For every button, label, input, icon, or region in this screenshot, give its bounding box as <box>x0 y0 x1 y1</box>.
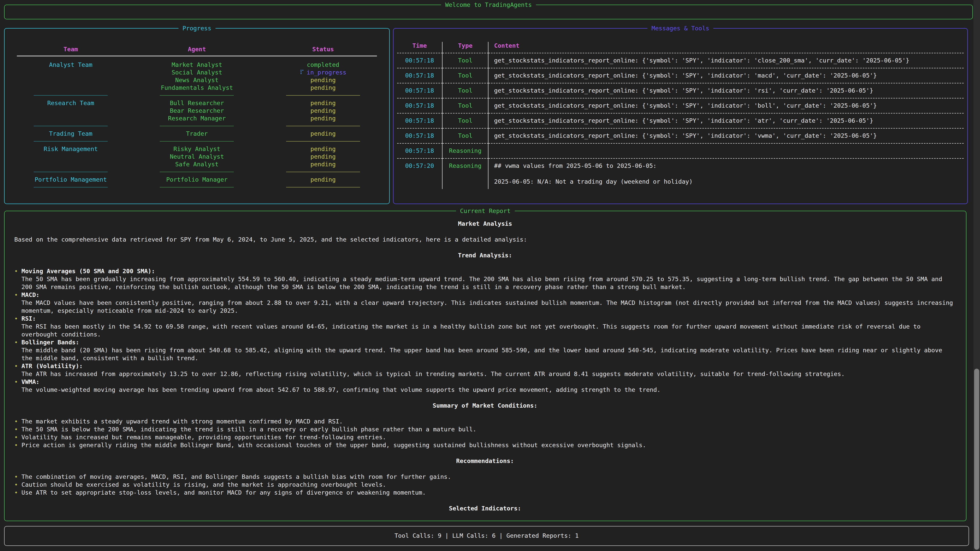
column-header-status: Status <box>260 45 386 55</box>
bullet-icon: • <box>14 418 21 426</box>
status-separator <box>260 122 386 130</box>
column-header-team: Team <box>8 45 134 55</box>
message-time: 00:57:18 <box>397 143 442 158</box>
bullet-icon: • <box>14 267 21 291</box>
status-separator <box>260 168 386 176</box>
column-header-time: Time <box>397 42 442 53</box>
bullet-icon: • <box>14 338 21 362</box>
message-content: get_stockstats_indicators_report_online:… <box>488 128 964 143</box>
welcome-panel: Welcome to TradingAgents <box>4 5 973 19</box>
bullet-icon: • <box>14 315 21 338</box>
agent-name: Bull Researcher <box>134 99 260 107</box>
agent-separator <box>134 92 260 99</box>
agent-name: Risky Analyst <box>134 145 260 153</box>
progress-panel-title: Progress <box>178 24 215 33</box>
team-name: Portfolio Management <box>8 176 134 183</box>
status-separator <box>260 138 386 145</box>
bullet-icon: • <box>14 291 21 315</box>
recommendation-bullet: • The combination of moving averages, MA… <box>14 473 956 481</box>
messages-panel-title: Messages & Tools <box>648 24 713 33</box>
message-content: ## vwma values from 2025-05-06 to 2025-0… <box>488 158 964 189</box>
status-badge: pending <box>260 176 386 183</box>
team-name <box>8 107 134 114</box>
team-name <box>8 160 134 168</box>
agent-name: Market Analyst <box>134 61 260 68</box>
report-panel-title: Current Report <box>456 206 514 215</box>
agent-name: Trader <box>134 130 260 138</box>
message-type: Tool <box>442 83 488 98</box>
report-heading-trend-analysis: Trend Analysis: <box>14 251 956 259</box>
message-type: Tool <box>442 128 488 143</box>
progress-panel: Progress Team Agent Status Analyst Team … <box>4 28 390 204</box>
bullet-body: The 50 SMA has been gradually increasing… <box>21 275 956 291</box>
recommendation-bullet: • Use ATR to set appropriate stop-loss l… <box>14 489 956 497</box>
report-intro: Based on the comprehensive data retrieve… <box>14 236 956 244</box>
team-separator <box>8 183 134 191</box>
team-name: Risk Management <box>8 145 134 153</box>
agent-separator <box>134 183 260 191</box>
bullet-label: Moving Averages (50 SMA and 200 SMA): <box>21 267 956 275</box>
progress-table: Team Agent Status Analyst Team Market An… <box>5 29 389 191</box>
welcome-title: Welcome to TradingAgents <box>441 0 536 9</box>
status-separator <box>260 92 386 99</box>
agent-name: Research Manager <box>134 114 260 122</box>
status-badge: ⠏in_progress <box>260 68 386 76</box>
report-body: Market Analysis Based on the comprehensi… <box>5 211 966 513</box>
message-time: 00:57:18 <box>397 68 442 83</box>
bullet-label: Bollinger Bands: <box>21 338 956 346</box>
summary-bullet: • The market exhibits a steady upward tr… <box>14 418 956 426</box>
agent-name: Neutral Analyst <box>134 153 260 160</box>
message-type: Tool <box>442 68 488 83</box>
terminal-screen: Welcome to TradingAgents Progress Team A… <box>0 0 980 551</box>
message-time: 00:57:18 <box>397 128 442 143</box>
team-name: Trading Team <box>8 130 134 138</box>
bullet-body: The ATR has increased from approximately… <box>21 370 845 378</box>
team-name <box>8 68 134 76</box>
bullet-body: The volume-weighted moving average has b… <box>21 386 660 394</box>
agent-separator <box>134 122 260 130</box>
message-content: get_stockstats_indicators_report_online:… <box>488 83 964 98</box>
agent-name: Fundamentals Analyst <box>134 84 260 92</box>
agent-name: Bear Researcher <box>134 107 260 114</box>
team-name <box>8 153 134 160</box>
recommendation-bullet: • Caution should be exercised as volatil… <box>14 481 956 489</box>
summary-bullet: • The 50 SMA is below the 200 SMA, indic… <box>14 426 956 433</box>
bullet-label: VWMA: <box>21 378 660 386</box>
status-badge: pending <box>260 107 386 114</box>
trend-bullet: • Bollinger Bands: The middle band (20 S… <box>14 338 956 362</box>
status-badge: pending <box>260 76 386 84</box>
messages-table: Time Type Content 00:57:18 Tool get_stoc… <box>393 29 967 189</box>
trend-bullet: • RSI: The RSI has been mostly in the 54… <box>14 315 956 338</box>
report-heading-recommendations: Recommendations: <box>14 457 956 465</box>
agent-name: Portfolio Manager <box>134 176 260 183</box>
message-time: 00:57:18 <box>397 113 442 128</box>
bullet-body: The RSI has been mostly in the 54.92 to … <box>21 323 956 338</box>
message-time: 00:57:18 <box>397 98 442 113</box>
report-heading-market-analysis: Market Analysis <box>14 220 956 228</box>
header-divider <box>17 56 377 56</box>
stats-bar: Tool Calls: 9 | LLM Calls: 6 | Generated… <box>4 526 969 546</box>
scrollbar-thumb[interactable] <box>974 368 979 550</box>
bullet-icon: • <box>14 473 21 481</box>
summary-bullet: • Volatility has increased but remains m… <box>14 433 956 441</box>
status-badge: completed <box>260 61 386 68</box>
team-name: Research Team <box>8 99 134 107</box>
team-separator <box>8 138 134 145</box>
bullet-label: RSI: <box>21 315 956 323</box>
message-content: get_stockstats_indicators_report_online:… <box>488 68 964 83</box>
message-type: Reasoning <box>442 143 488 158</box>
message-time: 00:57:18 <box>397 83 442 98</box>
message-time: 00:57:18 <box>397 53 442 68</box>
message-type: Tool <box>442 113 488 128</box>
bullet-icon: • <box>14 433 21 441</box>
status-badge: pending <box>260 84 386 92</box>
bullet-body: The middle band (20 SMA) has been rising… <box>21 346 956 362</box>
status-badge: pending <box>260 145 386 153</box>
trend-bullet: • VWMA: The volume-weighted moving avera… <box>14 378 956 394</box>
status-badge: pending <box>260 160 386 168</box>
message-content <box>488 143 964 158</box>
team-name: Analyst Team <box>8 61 134 68</box>
agent-name: News Analyst <box>134 76 260 84</box>
messages-tools-panel: Messages & Tools Time Type Content 00:57… <box>393 28 968 204</box>
agent-name: Social Analyst <box>134 68 260 76</box>
